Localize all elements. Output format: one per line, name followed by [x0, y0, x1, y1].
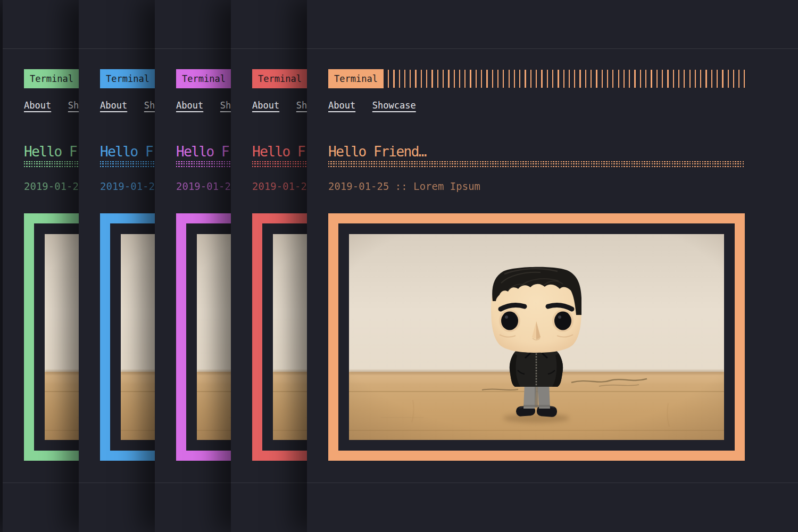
- theme-panel-orange: Terminal About Showcase Hello Friend… 20…: [307, 0, 798, 532]
- meta-separator: ::: [395, 180, 408, 192]
- logo-row: Terminal: [328, 69, 745, 88]
- stage: Terminal About Showcase Hello Friend… 20…: [0, 0, 798, 532]
- post-meta: 2019-01-25 :: Lorem Ipsum: [328, 179, 480, 193]
- photo-vignette: [349, 234, 724, 440]
- post-date: 2019-01-25: [176, 180, 237, 192]
- post-title: Hello Friend…: [328, 143, 426, 161]
- site-logo[interactable]: Terminal: [100, 69, 155, 88]
- dotted-divider: [328, 161, 745, 167]
- menu-link-showcase[interactable]: Showcase: [372, 100, 416, 111]
- featured-photo: [349, 234, 724, 440]
- site-logo[interactable]: Terminal: [328, 69, 384, 88]
- menu-link-about[interactable]: About: [252, 100, 279, 111]
- decorative-bars: [388, 70, 745, 88]
- post-date: 2019-01-25: [24, 180, 85, 192]
- post-date: 2019-01-25: [328, 180, 389, 192]
- site-logo[interactable]: Terminal: [252, 69, 307, 88]
- post-date: 2019-01-25: [100, 180, 161, 192]
- site-menu: About Showcase: [328, 99, 428, 112]
- menu-link-about[interactable]: About: [100, 100, 127, 111]
- menu-link-about[interactable]: About: [328, 100, 355, 111]
- site-logo[interactable]: Terminal: [24, 69, 79, 88]
- menu-link-about[interactable]: About: [176, 100, 203, 111]
- post-date: 2019-01-25: [252, 180, 313, 192]
- site-logo[interactable]: Terminal: [176, 69, 231, 88]
- menu-link-about[interactable]: About: [24, 100, 51, 111]
- featured-image-frame: [328, 213, 745, 461]
- post-category: Lorem Ipsum: [413, 180, 480, 192]
